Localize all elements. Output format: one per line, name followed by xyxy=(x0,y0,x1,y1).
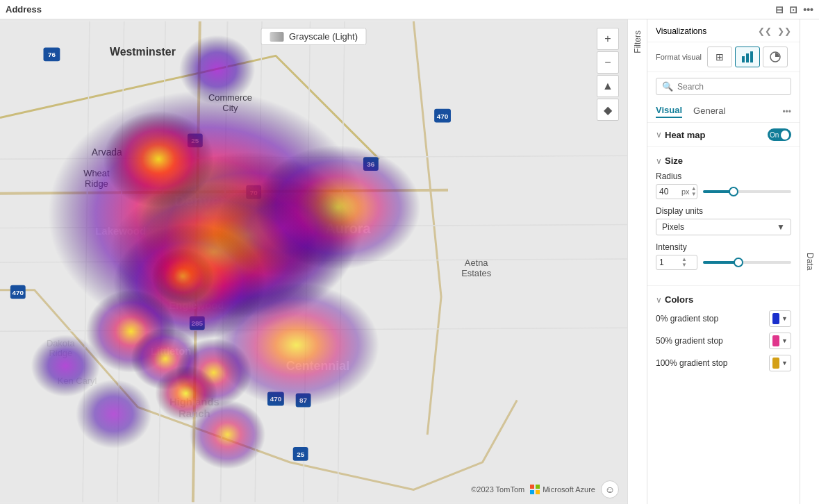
feedback-button[interactable]: ☺ xyxy=(601,480,619,498)
tab-general[interactable]: General xyxy=(693,106,725,117)
svg-text:470: 470 xyxy=(13,289,24,296)
gradient-100-row: 100% gradient stop ▼ xyxy=(656,355,791,371)
north-button[interactable]: ▲ xyxy=(597,75,619,97)
search-box: 🔍 xyxy=(656,78,791,95)
colors-collapse-icon: ∨ xyxy=(656,295,662,305)
arrow-down[interactable]: ▼ xyxy=(691,192,697,197)
map-area: 25 70 36 470 470 285 25 87 76 470 Westmi… xyxy=(0,19,627,504)
radius-unit: px xyxy=(681,187,690,196)
data-label[interactable]: Data xyxy=(805,253,815,270)
zoom-out-button[interactable]: − xyxy=(597,51,619,74)
intensity-input-box[interactable]: 1 ▲ ▼ xyxy=(656,255,697,270)
panel-content: ∨ Heat map On ∨ Size Radius xyxy=(647,123,800,504)
map-controls: + − ▲ ◆ xyxy=(597,28,619,121)
map-footer: ©2023 TomTom Microsoft Azure ☺ xyxy=(471,480,619,498)
panel-header-icons: ❮❮ ❯❯ xyxy=(758,26,791,36)
gradient-100-arrow: ▼ xyxy=(781,360,788,367)
svg-text:Westminster: Westminster xyxy=(110,46,176,58)
gradient-0-swatch[interactable]: ▼ xyxy=(769,310,791,327)
collapse-left-icon[interactable]: ❮❮ xyxy=(758,26,772,36)
svg-rect-59 xyxy=(750,51,753,62)
panel-header: Visualizations ❮❮ ❯❯ xyxy=(647,19,800,42)
heatmap-section-header[interactable]: ∨ Heat map On xyxy=(647,123,800,144)
radius-label: Radius xyxy=(656,171,791,181)
gradient-0-row: 0% gradient stop ▼ xyxy=(656,310,791,327)
divider-1 xyxy=(647,146,800,147)
display-units-row: Display units Pixels ▼ xyxy=(656,206,791,235)
panel-title: Visualizations xyxy=(656,26,706,36)
gradient-100-color xyxy=(772,358,779,369)
theme-badge[interactable]: Grayscale (Light) xyxy=(260,28,367,45)
svg-text:Aetna: Aetna xyxy=(465,258,489,268)
search-input[interactable] xyxy=(677,82,785,92)
radius-arrows[interactable]: ▲ ▼ xyxy=(691,186,697,197)
gradient-50-swatch[interactable]: ▼ xyxy=(769,333,791,349)
toggle-knob xyxy=(781,131,789,140)
colors-section-header[interactable]: ∨ Colors xyxy=(647,289,800,308)
display-units-label: Display units xyxy=(656,206,791,216)
intensity-arrow-down[interactable]: ▼ xyxy=(681,262,687,268)
tab-more-icon[interactable]: ••• xyxy=(782,107,791,117)
filters-label[interactable]: Filters xyxy=(633,31,643,53)
gradient-50-arrow: ▼ xyxy=(781,337,788,344)
intensity-arrows[interactable]: ▲ ▼ xyxy=(681,257,687,268)
title-bar: Address ⊟ ⊡ ••• xyxy=(0,0,819,19)
radius-slider[interactable] xyxy=(703,190,791,193)
intensity-label: Intensity xyxy=(656,242,791,252)
title-bar-actions: ⊟ ⊡ ••• xyxy=(775,4,813,15)
tab-visual[interactable]: Visual xyxy=(656,105,682,118)
display-units-select[interactable]: Pixels ▼ xyxy=(656,219,791,235)
expand-icon[interactable]: ⊡ xyxy=(789,4,797,15)
filters-sidebar: Filters xyxy=(627,19,647,504)
intensity-row: Intensity 1 ▲ ▼ xyxy=(656,242,791,270)
gradient-50-row: 50% gradient stop ▼ xyxy=(656,333,791,349)
gradient-0-color xyxy=(772,313,779,324)
intensity-slider[interactable] xyxy=(703,261,791,264)
heatmap-collapse-icon: ∨ xyxy=(656,130,662,140)
colors-title: Colors xyxy=(665,294,791,305)
svg-point-44 xyxy=(179,35,255,104)
collapse-right-icon[interactable]: ❯❯ xyxy=(777,26,791,36)
radius-input-box[interactable]: 40 px ▲ ▼ xyxy=(656,184,697,199)
analytics-viz-icon[interactable] xyxy=(763,47,788,67)
svg-text:470: 470 xyxy=(437,112,449,120)
size-section-header[interactable]: ∨ Size xyxy=(647,150,800,169)
size-section-body: Radius 40 px ▲ ▼ xyxy=(647,169,800,283)
toggle-on-label: On xyxy=(770,131,779,139)
search-icon: 🔍 xyxy=(662,81,673,92)
size-collapse-icon: ∨ xyxy=(656,156,662,166)
format-label: Format visual xyxy=(656,53,702,61)
gradient-0-label: 0% gradient stop xyxy=(656,314,763,324)
main-content: 25 70 36 470 470 285 25 87 76 470 Westmi… xyxy=(0,19,819,504)
select-arrow-icon: ▼ xyxy=(777,222,785,232)
radius-input[interactable]: 40 xyxy=(659,187,680,196)
svg-text:Estates: Estates xyxy=(461,268,491,278)
chart-viz-icon[interactable] xyxy=(735,47,760,67)
gradient-100-swatch[interactable]: ▼ xyxy=(769,355,791,371)
intensity-input[interactable]: 1 xyxy=(659,258,680,267)
theme-label: Grayscale (Light) xyxy=(289,31,358,42)
svg-point-54 xyxy=(190,400,265,469)
data-panel: Data xyxy=(800,19,819,504)
more-icon[interactable]: ••• xyxy=(803,4,813,15)
divider-2 xyxy=(647,285,800,286)
zoom-in-button[interactable]: + xyxy=(597,28,619,50)
heatmap-toggle[interactable]: On xyxy=(768,128,791,141)
intensity-slider-thumb[interactable] xyxy=(734,258,743,267)
svg-point-53 xyxy=(76,380,151,448)
compass-button[interactable]: ◆ xyxy=(597,99,619,121)
gradient-100-label: 100% gradient stop xyxy=(656,358,763,368)
display-units-value: Pixels xyxy=(662,222,684,232)
radius-row: Radius 40 px ▲ ▼ xyxy=(656,171,791,199)
radius-slider-thumb[interactable] xyxy=(729,187,738,196)
colors-section-body: 0% gradient stop ▼ 50% gradient stop ▼ xyxy=(647,308,800,383)
size-title: Size xyxy=(665,156,791,166)
svg-rect-57 xyxy=(742,56,745,62)
gradient-0-arrow: ▼ xyxy=(781,315,788,322)
radius-control: 40 px ▲ ▼ xyxy=(656,184,791,199)
gradient-50-label: 50% gradient stop xyxy=(656,336,763,346)
format-visual-row: Format visual ⊞ xyxy=(647,42,800,72)
table-viz-icon[interactable]: ⊞ xyxy=(707,47,732,67)
filter-icon[interactable]: ⊟ xyxy=(775,4,784,15)
svg-rect-58 xyxy=(746,53,749,62)
